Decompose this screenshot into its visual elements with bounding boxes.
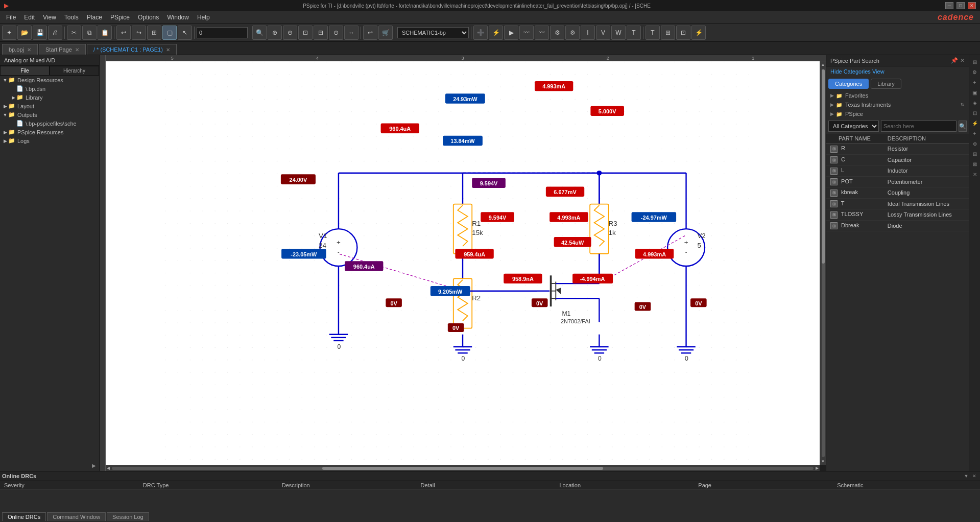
- add-marker-btn[interactable]: ➕: [473, 26, 488, 40]
- sim-btn[interactable]: ↩: [363, 26, 377, 40]
- bottom-tab-drc[interactable]: Online DRCs: [2, 512, 46, 521]
- ri-btn-4[interactable]: ▣: [970, 88, 979, 97]
- tab-schematic1[interactable]: / * (SCHEMATIC1 : PAGE1) ✕: [87, 44, 177, 55]
- ri-btn-11[interactable]: ⊠: [970, 159, 979, 169]
- parts-search-input[interactable]: [881, 121, 957, 132]
- scroll-up-btn[interactable]: ▲: [821, 62, 825, 67]
- category-select[interactable]: All Categories: [828, 121, 879, 132]
- scroll-down-btn[interactable]: ▼: [821, 459, 825, 464]
- ri-btn-9[interactable]: ⊕: [970, 139, 979, 148]
- schemview-btn[interactable]: ⊡: [676, 26, 690, 40]
- rp-tab-categories[interactable]: Categories: [828, 79, 869, 89]
- collapse-btn[interactable]: ▼: [963, 472, 970, 480]
- print-btn[interactable]: 🖨: [48, 26, 62, 40]
- cut-btn[interactable]: ✂: [67, 26, 81, 40]
- left-panel-scroll-right[interactable]: ▶: [92, 463, 96, 468]
- copy-btn[interactable]: ⧉: [82, 26, 97, 40]
- tb-extra1[interactable]: I: [581, 26, 595, 40]
- zoom-in-btn[interactable]: ⊕: [268, 26, 282, 40]
- undo-btn[interactable]: ↩: [116, 26, 131, 40]
- rp-close-btn[interactable]: ✕: [960, 57, 965, 64]
- close-bottom-btn[interactable]: ✕: [971, 472, 978, 480]
- noise-btn[interactable]: 〰: [535, 26, 549, 40]
- menu-file[interactable]: File: [2, 13, 20, 22]
- zoom-extra2[interactable]: ↔: [344, 26, 358, 40]
- ri-btn-2[interactable]: ⚙: [970, 67, 979, 77]
- menu-place[interactable]: Place: [83, 13, 106, 22]
- open-btn[interactable]: 📂: [17, 26, 32, 40]
- zoom-fit-btn[interactable]: ⊡: [298, 26, 313, 40]
- menu-tools[interactable]: Tools: [60, 13, 83, 22]
- parts-table-row[interactable]: ⊞ POT Potentiometer: [826, 176, 969, 187]
- paste-btn[interactable]: 📋: [98, 26, 112, 40]
- dc-btn[interactable]: ⚙: [550, 26, 564, 40]
- tree-item-pspice-resources[interactable]: ▶ 📁 PSpice Resources: [0, 128, 99, 136]
- tree-item-layout[interactable]: ▶ 📁 Layout: [0, 102, 99, 110]
- ri-btn-1[interactable]: ⊞: [970, 57, 979, 66]
- ri-btn-5[interactable]: ◈: [970, 98, 979, 107]
- select-btn[interactable]: ▢: [162, 26, 177, 40]
- tab-startpage-close[interactable]: ✕: [75, 47, 79, 53]
- schematic-white-area[interactable]: + - V1 24 0 R1 15k: [106, 61, 820, 465]
- zoom-extra1[interactable]: ⊙: [329, 26, 343, 40]
- search-btn[interactable]: 🔍: [252, 26, 267, 40]
- ri-btn-8[interactable]: +: [970, 129, 979, 138]
- ri-btn-10[interactable]: ⊞: [970, 149, 979, 158]
- zoom-input[interactable]: [197, 27, 248, 38]
- rp-cat-favorites[interactable]: ▶ 📁 Favorites: [826, 91, 969, 100]
- tb-extra5[interactable]: ⚡: [691, 26, 706, 40]
- parts-table-row[interactable]: ⊞ Dbreak Diode: [826, 220, 969, 231]
- panel-tab-file[interactable]: File: [0, 66, 50, 76]
- ri-btn-3[interactable]: +: [970, 78, 979, 87]
- tab-bpopj-close[interactable]: ✕: [27, 47, 31, 53]
- text-btn[interactable]: T: [646, 26, 660, 40]
- tb-extra3[interactable]: W: [611, 26, 626, 40]
- parts-table-row[interactable]: ⊞ R Resistor: [826, 144, 969, 155]
- vertical-scrollbar[interactable]: ▲ ▼: [820, 61, 826, 465]
- menu-view[interactable]: View: [39, 13, 60, 22]
- parts-table-row[interactable]: ⊞ C Capacitor: [826, 154, 969, 165]
- horizontal-scrollbar[interactable]: ◀ ▶: [106, 465, 820, 471]
- tb-extra4[interactable]: T: [627, 26, 641, 40]
- probe-btn[interactable]: ⚡: [489, 26, 503, 40]
- parts-table-row[interactable]: ⊞ L Inductor: [826, 165, 969, 177]
- rp-pin-btn[interactable]: 📌: [951, 57, 958, 64]
- tree-item-pspicefiles[interactable]: 📄 \.bp-pspicefiles\sche: [0, 119, 99, 128]
- ri-btn-12[interactable]: ✕: [970, 170, 979, 179]
- tree-item-library[interactable]: ▶ 📁 Library: [0, 93, 99, 102]
- minimize-btn[interactable]: ─: [945, 2, 953, 9]
- rp-cat-ti[interactable]: ▶ 📁 Texas Instruments ↻: [826, 100, 969, 109]
- rp-tab-library[interactable]: Library: [871, 79, 901, 89]
- zoom-area-btn[interactable]: ⊟: [314, 26, 328, 40]
- cart-btn[interactable]: 🛒: [378, 26, 393, 40]
- menu-pspice[interactable]: PSpice: [106, 13, 134, 22]
- ac-btn[interactable]: ⚙: [565, 26, 580, 40]
- tree-item-logs[interactable]: ▶ 📁 Logs: [0, 136, 99, 145]
- parts-table-container[interactable]: PART NAME DESCRIPTION ⊞ R Resistor ⊞ C C…: [826, 134, 969, 471]
- wave-btn[interactable]: 〰: [519, 26, 534, 40]
- parts-search-btn[interactable]: 🔍: [959, 121, 967, 132]
- parts-table-row[interactable]: ⊞ T Ideal Transmission Lines: [826, 198, 969, 209]
- tab-bpopj[interactable]: bp.opj ✕: [2, 44, 38, 55]
- pointer-btn[interactable]: ↖: [178, 26, 192, 40]
- tab-startpage[interactable]: Start Page ✕: [39, 44, 86, 55]
- hide-categories-btn[interactable]: Hide Categories View: [826, 66, 969, 77]
- maximize-btn[interactable]: □: [957, 2, 965, 9]
- zoom-out-btn[interactable]: ⊖: [283, 26, 297, 40]
- tree-item-design-resources[interactable]: ▼ 📁 Design Resources: [0, 76, 99, 84]
- parts-table-row[interactable]: ⊞ kbreak Coupling: [826, 187, 969, 199]
- scroll-right-btn[interactable]: ▶: [816, 466, 819, 470]
- menu-help[interactable]: Help: [193, 13, 214, 22]
- ri-btn-7[interactable]: ⚡: [970, 118, 979, 128]
- grid-btn[interactable]: ⊞: [147, 26, 161, 40]
- run-btn[interactable]: ▶: [504, 26, 518, 40]
- menu-options[interactable]: Options: [134, 13, 163, 22]
- save-btn[interactable]: 💾: [33, 26, 47, 40]
- bottom-tab-session[interactable]: Session Log: [107, 512, 149, 521]
- parts-table-row[interactable]: ⊞ TLOSSY Lossy Transmission Lines: [826, 209, 969, 221]
- scroll-left-btn[interactable]: ◀: [107, 466, 110, 470]
- rp-cat-pspice[interactable]: ▶ 📁 PSpice: [826, 109, 969, 118]
- close-btn[interactable]: ✕: [968, 2, 976, 9]
- bottom-tab-command[interactable]: Command Window: [47, 512, 106, 521]
- menu-edit[interactable]: Edit: [20, 13, 39, 22]
